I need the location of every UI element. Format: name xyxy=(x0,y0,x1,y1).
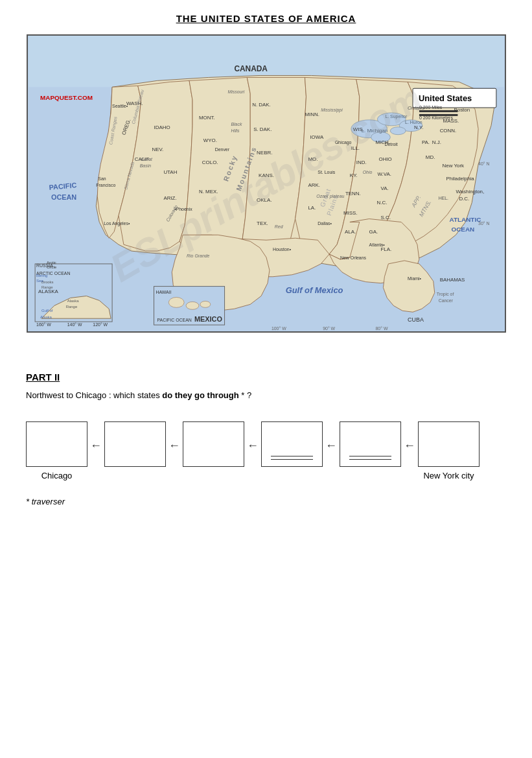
answer-box-1[interactable] xyxy=(26,421,87,467)
svg-text:IDAHO: IDAHO xyxy=(154,124,170,130)
svg-text:Rio Grande: Rio Grande xyxy=(187,254,210,258)
svg-text:United States: United States xyxy=(418,93,471,103)
svg-text:BAHAMAS: BAHAMAS xyxy=(439,277,465,283)
svg-text:ATLANTIC: ATLANTIC xyxy=(449,216,481,223)
svg-text:Philadelphia: Philadelphia xyxy=(446,176,474,182)
box-wrapper-1: Chicago xyxy=(26,421,87,484)
svg-text:San: San xyxy=(98,176,106,181)
svg-text:MONT.: MONT. xyxy=(198,115,214,121)
svg-text:W.VA.: W.VA. xyxy=(377,171,391,177)
svg-text:OCEAN: OCEAN xyxy=(451,226,474,233)
svg-text:OCEAN: OCEAN xyxy=(51,193,76,201)
svg-text:Washington,: Washington, xyxy=(456,189,484,195)
map-container: ESLprintables.com A xyxy=(27,34,506,333)
svg-text:NEBR.: NEBR. xyxy=(257,150,272,156)
svg-text:COLO.: COLO. xyxy=(202,160,218,165)
svg-text:Detroit: Detroit xyxy=(384,143,397,147)
svg-point-22 xyxy=(168,297,184,307)
answer-box-5[interactable] xyxy=(340,421,401,467)
svg-text:Basin: Basin xyxy=(139,163,150,168)
svg-text:Range: Range xyxy=(65,305,77,309)
svg-text:MAPQUEST.COM: MAPQUEST.COM xyxy=(40,94,93,101)
svg-text:140° W: 140° W xyxy=(67,322,82,327)
svg-text:Cancer: Cancer xyxy=(438,298,453,303)
question-bold: do they go through xyxy=(162,390,238,400)
svg-text:Los Angeles•: Los Angeles• xyxy=(104,221,130,226)
svg-text:120° W: 120° W xyxy=(93,322,108,327)
svg-text:D.C.: D.C. xyxy=(459,196,469,202)
svg-text:40° N: 40° N xyxy=(478,161,489,166)
svg-text:Bering: Bering xyxy=(36,274,47,278)
answer-line-4a xyxy=(271,456,313,456)
svg-text:Ontario: Ontario xyxy=(408,105,425,111)
svg-text:L. Michigan: L. Michigan xyxy=(361,128,387,134)
svg-text:L. Superior: L. Superior xyxy=(385,114,408,119)
svg-text:Denver: Denver xyxy=(214,147,229,152)
svg-text:80° W: 80° W xyxy=(375,326,387,331)
answer-box-2[interactable] xyxy=(104,421,166,467)
svg-text:Hills: Hills xyxy=(231,128,240,133)
svg-text:Gulf of: Gulf of xyxy=(41,309,53,313)
svg-text:PACIFIC OCEAN: PACIFIC OCEAN xyxy=(157,318,191,322)
svg-text:CUBA: CUBA xyxy=(408,316,424,323)
svg-text:Atlanta•: Atlanta• xyxy=(369,243,385,247)
svg-text:30° N: 30° N xyxy=(478,221,489,226)
svg-text:ALASKA: ALASKA xyxy=(38,289,59,294)
answer-box-4[interactable] xyxy=(261,421,323,467)
svg-text:FLA.: FLA. xyxy=(380,246,391,252)
map-svg: ALASKA ARCTIC OCEAN 160° W 140° W 120° W… xyxy=(28,36,505,331)
svg-text:ALA.: ALA. xyxy=(344,229,355,235)
svg-text:Ohio: Ohio xyxy=(362,170,372,174)
svg-text:Alaska: Alaska xyxy=(40,315,52,319)
answer-line-5b xyxy=(349,459,391,460)
svg-text:Gulf of Mexico: Gulf of Mexico xyxy=(285,285,343,295)
svg-text:Range: Range xyxy=(41,285,53,289)
part-heading: PART II xyxy=(26,372,506,383)
svg-text:OKLA.: OKLA. xyxy=(257,197,272,203)
svg-text:N.Y.: N.Y. xyxy=(413,124,422,130)
svg-text:MO.: MO. xyxy=(308,156,318,162)
svg-text:Sea: Sea xyxy=(36,279,43,283)
svg-text:Great: Great xyxy=(141,157,152,161)
box-wrapper-5 xyxy=(340,421,401,484)
svg-text:S. DAK.: S. DAK. xyxy=(253,126,272,132)
answer-box-3[interactable] xyxy=(183,421,244,467)
svg-text:GA.: GA. xyxy=(369,229,378,235)
svg-text:N.J.: N.J. xyxy=(432,139,441,145)
boxes-row: Chicago ← ← ← ← ← New York city xyxy=(26,421,506,484)
svg-text:KANS.: KANS. xyxy=(259,172,274,178)
svg-text:New York: New York xyxy=(442,163,464,169)
svg-text:Dallas•: Dallas• xyxy=(318,221,332,226)
svg-point-23 xyxy=(186,302,199,309)
box-label-newyork: New York city xyxy=(423,471,474,484)
answer-box-6[interactable] xyxy=(418,421,480,467)
svg-text:WYO.: WYO. xyxy=(203,137,216,143)
svg-text:MD.: MD. xyxy=(425,154,435,160)
box-wrapper-6: New York city xyxy=(418,421,480,484)
arrow-3: ← xyxy=(247,439,259,466)
answer-line-5a xyxy=(349,456,391,456)
svg-text:•: • xyxy=(337,141,338,145)
svg-text:Arctic: Arctic xyxy=(46,261,56,265)
svg-text:ARK.: ARK. xyxy=(308,182,320,188)
svg-text:HAWAII: HAWAII xyxy=(156,290,171,295)
svg-text:90° W: 90° W xyxy=(323,326,335,331)
svg-text:LA.: LA. xyxy=(308,205,316,211)
svg-text:ILL.: ILL. xyxy=(351,145,359,151)
spacer xyxy=(26,346,506,372)
svg-text:N. DAK.: N. DAK. xyxy=(252,102,271,108)
svg-text:UTAH: UTAH xyxy=(163,169,177,175)
box-wrapper-3 xyxy=(183,421,244,484)
svg-text:Francisco: Francisco xyxy=(96,183,115,187)
box-label-chicago: Chicago xyxy=(41,471,73,484)
svg-text:Mississippi: Mississippi xyxy=(321,108,343,113)
arrow-2: ← xyxy=(168,439,180,466)
page-title: THE UNITED STATES OF AMERICA xyxy=(26,13,506,24)
svg-text:Black: Black xyxy=(231,122,242,126)
svg-text:MEXICO: MEXICO xyxy=(194,315,222,323)
footnote: * traverser xyxy=(26,497,506,506)
svg-text:Brooks: Brooks xyxy=(41,280,54,284)
svg-text:Miami•: Miami• xyxy=(408,276,421,281)
arrow-1: ← xyxy=(90,439,102,466)
svg-text:NEV.: NEV. xyxy=(152,147,163,152)
